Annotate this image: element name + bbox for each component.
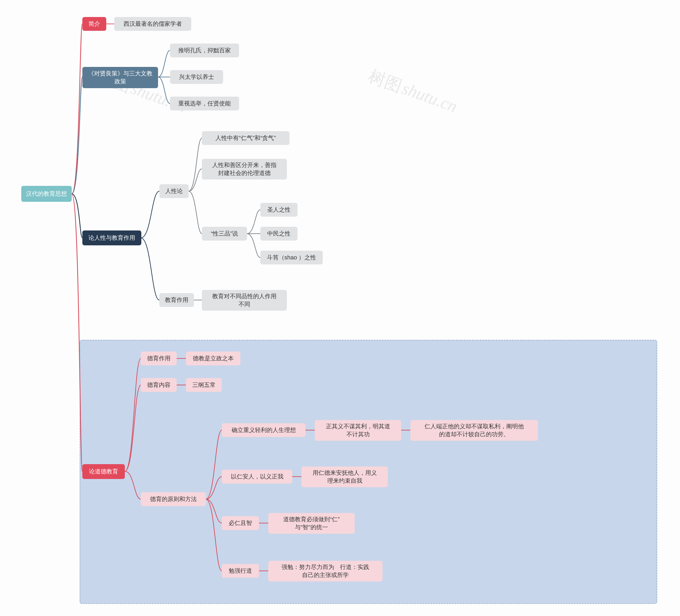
leaf-moral-role-1[interactable]: 德教是立政之本 — [186, 352, 240, 365]
node-label: 简介 — [88, 20, 100, 28]
node-label: 仁人端正他的义却不谋取私利，阐明他 的道却不计较自己的功劳。 — [424, 422, 524, 438]
leaf-mm-4a[interactable]: 强勉：努力尽力而为 行道：实践 自己的主张或所学 — [268, 561, 382, 582]
root-node[interactable]: 汉代的教育思想 — [21, 186, 72, 202]
node-label: 教育作用 — [165, 296, 188, 304]
node-label: 人性论 — [165, 187, 183, 195]
branch-moral-education[interactable]: 论道德教育 — [82, 464, 125, 479]
leaf-intro-1[interactable]: 西汉最著名的儒家学者 — [114, 17, 191, 31]
branch-mm-4[interactable]: 勉强行道 — [222, 564, 259, 578]
watermark: 树图shutu.cn — [366, 64, 461, 118]
leaf-ne-1[interactable]: 教育对不同品性的人作用 不同 — [202, 290, 287, 311]
branch-edu-role[interactable]: 教育作用 — [159, 293, 194, 307]
node-label: 重视选举，任贤使能 — [178, 99, 231, 108]
leaf-nh-3b[interactable]: 中民之性 — [260, 227, 298, 240]
node-label: 推明孔氏，抑黜百家 — [178, 47, 231, 54]
node-label: 以仁安人，以义正我 — [231, 473, 283, 480]
branch-moral-role[interactable]: 德育作用 — [141, 352, 177, 365]
node-label: 论道德教育 — [89, 468, 118, 475]
node-label: 道德教育必须做到“仁” 与“智”的统一 — [283, 516, 340, 531]
leaf-nh-1[interactable]: 人性中有“仁气”和“贪气” — [202, 131, 289, 145]
leaf-mm-2a[interactable]: 用仁德来安抚他人，用义 理来约束自我 — [302, 467, 388, 487]
leaf-policy-1[interactable]: 推明孔氏，抑黜百家 — [170, 43, 239, 57]
leaf-mm-3a[interactable]: 道德教育必须做到“仁” 与“智”的统一 — [268, 513, 355, 534]
node-label: 德教是立政之本 — [193, 354, 234, 362]
node-label: 圣人之性 — [267, 206, 291, 214]
leaf-policy-2[interactable]: 兴太学以养士 — [170, 70, 223, 84]
branch-human-nature[interactable]: 人性论 — [159, 184, 189, 198]
node-label: 正其义不谋其利，明其道 不计其功 — [326, 422, 390, 438]
branch-mm-3[interactable]: 必仁且智 — [222, 516, 259, 530]
node-label: 人性和善区分开来，善指 封建社会的伦理道德 — [212, 161, 277, 177]
leaf-nh-3a[interactable]: 圣人之性 — [260, 203, 298, 217]
leaf-policy-3[interactable]: 重视选举，任贤使能 — [170, 97, 239, 111]
node-label: 用仁德来安抚他人，用义 理来约束自我 — [313, 469, 377, 485]
node-label: “性三品”说 — [211, 230, 238, 238]
node-label: 教育对不同品性的人作用 不同 — [212, 292, 277, 308]
node-label: 德育的原则和方法 — [150, 495, 197, 503]
branch-mm-1a[interactable]: 正其义不谋其利，明其道 不计其功 — [315, 420, 401, 441]
branch-moral-content[interactable]: 德育内容 — [141, 378, 177, 392]
branch-mm-1[interactable]: 确立重义轻利的人生理想 — [222, 423, 306, 437]
branch-policy[interactable]: 《对贤良策》与三大文教 政策 — [82, 67, 158, 88]
node-label: 斗筲（shao ）之性 — [267, 254, 316, 262]
node-label: 德育作用 — [147, 354, 171, 362]
mindmap-canvas: 树图shutu.cn 树图shutu.cn 树图shutu.cn 树图shutu… — [0, 0, 680, 616]
branch-intro[interactable]: 简介 — [82, 17, 106, 31]
node-label: 西汉最著名的儒家学者 — [123, 20, 182, 28]
leaf-nh-3c[interactable]: 斗筲（shao ）之性 — [260, 251, 323, 264]
node-label: 确立重义轻利的人生理想 — [232, 426, 296, 434]
node-label: 德育内容 — [147, 381, 171, 389]
node-label: 人性中有“仁气”和“贪气” — [216, 134, 276, 142]
node-label: 强勉：努力尽力而为 行道：实践 自己的主张或所学 — [282, 563, 369, 579]
node-label: 三纲五常 — [192, 381, 216, 389]
root-label: 汉代的教育思想 — [26, 190, 67, 198]
branch-three-grades[interactable]: “性三品”说 — [202, 227, 247, 240]
node-label: 中民之性 — [267, 230, 291, 238]
node-label: 论人性与教育作用 — [88, 234, 135, 242]
branch-nature[interactable]: 论人性与教育作用 — [82, 231, 141, 245]
branch-mm-2[interactable]: 以仁安人，以义正我 — [222, 470, 292, 483]
node-label: 兴太学以养士 — [179, 73, 214, 81]
branch-moral-method[interactable]: 德育的原则和方法 — [141, 492, 206, 506]
node-label: 《对贤良策》与三大文教 政策 — [88, 69, 152, 85]
leaf-mm-1b[interactable]: 仁人端正他的义却不谋取私利，阐明他 的道却不计较自己的功劳。 — [410, 420, 538, 441]
leaf-moral-content-1[interactable]: 三纲五常 — [186, 378, 222, 392]
leaf-nh-2[interactable]: 人性和善区分开来，善指 封建社会的伦理道德 — [202, 159, 287, 179]
node-label: 必仁且智 — [229, 519, 252, 527]
node-label: 勉强行道 — [229, 567, 252, 575]
